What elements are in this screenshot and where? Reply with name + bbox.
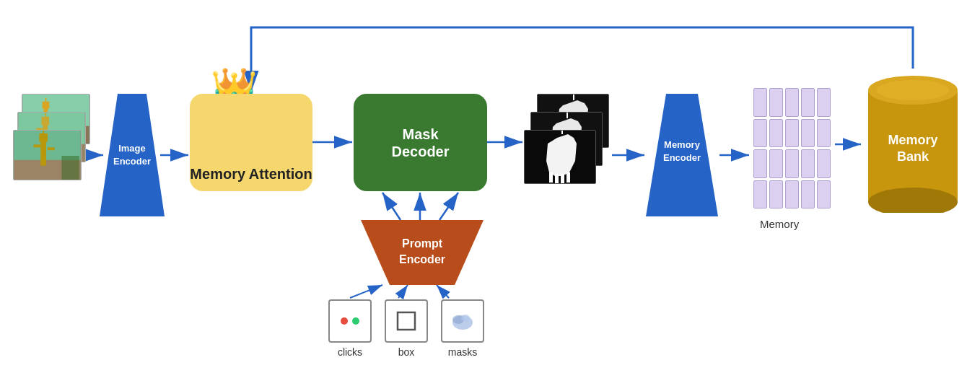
mem-cell [769,119,783,148]
svg-marker-38 [61,156,79,180]
diagram-container: Image Encoder 👑 Memory Attention MaskDec… [0,0,980,391]
masks-label: masks [448,346,477,358]
output-stack [524,94,611,206]
mask-decoder-block: MaskDecoder [354,94,487,191]
mem-cell [801,149,815,178]
mem-cell [769,88,783,117]
svg-rect-26 [41,117,49,126]
mem-cell [817,88,831,117]
clicks-icon-box: clicks [328,299,372,358]
mem-cell [817,149,831,178]
mem-cell [817,180,831,209]
memory-grid [751,85,834,211]
mem-cell [785,88,799,117]
svg-rect-51 [549,172,553,183]
masks-icon-box: masks [441,299,484,358]
svg-text:Image: Image [118,143,146,154]
svg-rect-69 [398,312,415,330]
svg-line-9 [382,193,401,220]
mem-cell [801,180,815,209]
mem-cell [785,119,799,148]
clicks-icon [328,299,372,343]
mem-cell [769,180,783,209]
svg-marker-64 [361,220,484,285]
masks-icon [441,299,484,343]
svg-line-14 [437,285,449,298]
image-encoder: Image Encoder [100,94,165,219]
memory-attention-block: Memory Attention [190,94,312,191]
image-stack [13,94,92,209]
svg-text:Encoder: Encoder [399,253,445,265]
mem-cell [785,149,799,178]
svg-rect-54 [566,172,570,183]
mem-cell [769,149,783,178]
mask-decoder-label: MaskDecoder [391,126,449,160]
svg-rect-37 [48,147,55,150]
mem-cell [817,119,831,148]
box-label: box [398,346,415,358]
memory-attention-label: Memory Attention [190,165,312,183]
prompt-icons-container: clicks box masks [328,299,484,358]
svg-rect-18 [43,102,50,109]
svg-line-13 [398,285,408,298]
svg-text:Memory: Memory [664,139,701,150]
mem-cell [801,119,815,148]
svg-point-68 [352,317,359,325]
svg-line-11 [439,193,458,220]
prompt-encoder-block: Prompt Encoder [361,220,484,285]
svg-line-12 [350,285,382,298]
svg-point-67 [341,317,348,325]
svg-text:Prompt: Prompt [402,237,443,250]
memory-bank-block: Memory Bank [862,69,963,213]
mem-cell [753,88,767,117]
svg-rect-53 [561,174,564,184]
box-icon [385,299,428,343]
svg-rect-36 [34,144,41,147]
mem-cell [753,149,767,178]
mem-cell [753,119,767,148]
svg-marker-39 [100,94,165,216]
svg-point-61 [877,80,949,100]
svg-point-72 [461,315,470,322]
memory-label: Memory [760,218,799,230]
memory-encoder-block: Memory Encoder [646,94,718,216]
box-icon-box: box [385,299,428,358]
svg-rect-34 [39,133,48,142]
clicks-label: clicks [338,346,362,358]
svg-text:Bank: Bank [897,149,929,164]
image-card-1 [13,130,82,180]
mem-cell [753,180,767,209]
mem-cell [801,88,815,117]
svg-text:Encoder: Encoder [663,152,701,163]
svg-rect-52 [555,174,559,184]
mem-cell [785,180,799,209]
svg-text:Memory: Memory [888,133,937,147]
output-card-1 [524,130,596,184]
svg-text:Encoder: Encoder [113,156,151,167]
